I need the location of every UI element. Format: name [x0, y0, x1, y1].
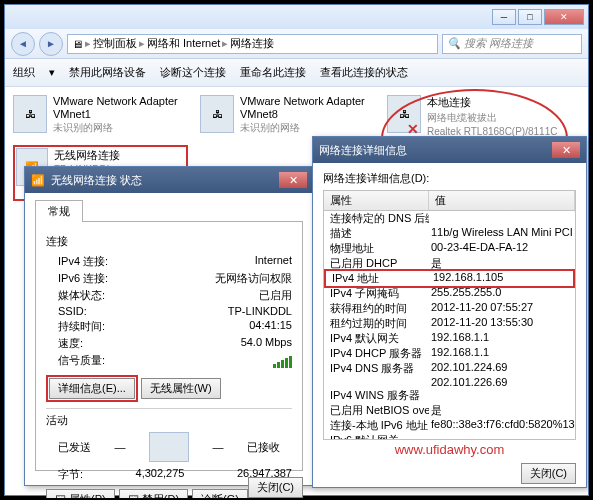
breadcrumb-item[interactable]: 网络和 Internet [147, 36, 220, 51]
disconnected-icon: ✕ [407, 121, 419, 137]
titlebar: ─ □ ✕ [5, 5, 588, 29]
toolbar-status[interactable]: 查看此连接的状态 [320, 65, 408, 80]
toolbar: 组织▾ 禁用此网络设备 诊断这个连接 重命名此连接 查看此连接的状态 [5, 59, 588, 87]
forward-button[interactable]: ► [39, 32, 63, 56]
table-row[interactable]: IPv6 默认网关 [324, 433, 575, 440]
search-input[interactable]: 🔍 搜索 网络连接 [442, 34, 582, 54]
wireless-props-button[interactable]: 无线属性(W) [141, 378, 221, 399]
table-row[interactable]: 描述11b/g Wireless LAN Mini PCI Ex [324, 226, 575, 241]
details-table: 属性 值 连接特定的 DNS 后缀描述11b/g Wireless LAN Mi… [323, 190, 576, 440]
table-row[interactable]: IPv4 默认网关192.168.1.1 [324, 331, 575, 346]
navbar: ◄ ► 🖥 ▸ 控制面板 ▸ 网络和 Internet ▸ 网络连接 🔍 搜索 … [5, 29, 588, 59]
table-row[interactable]: IPv4 DNS 服务器202.101.224.69 [324, 361, 575, 376]
breadcrumb-item[interactable]: 控制面板 [93, 36, 137, 51]
toolbar-diagnose[interactable]: 诊断这个连接 [160, 65, 226, 80]
table-row[interactable]: 连接-本地 IPv6 地址fe80::38e3:f76:cfd0:5820%13 [324, 418, 575, 433]
toolbar-rename[interactable]: 重命名此连接 [240, 65, 306, 80]
properties-button[interactable]: 🛡 属性(P) [46, 489, 115, 500]
table-row[interactable]: 物理地址00-23-4E-DA-FA-12 [324, 241, 575, 256]
table-row[interactable]: 已启用 NetBIOS ove...是 [324, 403, 575, 418]
signal-icon: 📶 [31, 174, 45, 187]
minimize-button[interactable]: ─ [492, 9, 516, 25]
adapter-icon: 🖧 [13, 95, 47, 133]
back-button[interactable]: ◄ [11, 32, 35, 56]
status-dialog: 📶 无线网络连接 状态 ✕ 常规 连接 IPv4 连接:Internet IPv… [24, 166, 314, 486]
activity-icon [149, 432, 189, 462]
table-row[interactable]: 已启用 DHCP是 [324, 256, 575, 271]
table-row[interactable]: 连接特定的 DNS 后缀 [324, 211, 575, 226]
toolbar-disable[interactable]: 禁用此网络设备 [69, 65, 146, 80]
column-property[interactable]: 属性 [324, 191, 429, 210]
dialog-titlebar: 📶 无线网络连接 状态 ✕ [25, 167, 313, 193]
home-icon: 🖥 [72, 38, 83, 50]
table-row[interactable]: 租约过期的时间2012-11-20 13:55:30 [324, 316, 575, 331]
column-value[interactable]: 值 [429, 191, 575, 210]
table-row[interactable]: 202.101.226.69 [324, 376, 575, 388]
diagnose-button[interactable]: 诊断(G) [192, 489, 248, 500]
search-icon: 🔍 [447, 37, 461, 50]
close-button[interactable]: ✕ [279, 172, 307, 188]
breadcrumb[interactable]: 🖥 ▸ 控制面板 ▸ 网络和 Internet ▸ 网络连接 [67, 34, 438, 54]
table-row[interactable]: 获得租约的时间2012-11-20 07:55:27 [324, 301, 575, 316]
dialog-titlebar: 网络连接详细信息 ✕ [313, 137, 586, 163]
details-dialog: 网络连接详细信息 ✕ 网络连接详细信息(D): 属性 值 连接特定的 DNS 后… [312, 136, 587, 488]
adapter-item[interactable]: 🖧 VMware Network Adapter VMnet1 未识别的网络 [13, 95, 188, 135]
close-button[interactable]: 关闭(C) [248, 477, 303, 498]
table-row[interactable]: IPv4 DHCP 服务器192.168.1.1 [324, 346, 575, 361]
adapter-icon: 🖧 [200, 95, 234, 133]
watermark: www.ufidawhy.com [323, 442, 576, 457]
table-row[interactable]: IPv4 WINS 服务器 [324, 388, 575, 403]
close-button[interactable]: 关闭(C) [521, 463, 576, 484]
tab-general[interactable]: 常规 [35, 200, 83, 222]
close-button[interactable]: ✕ [552, 142, 580, 158]
signal-bars-icon [273, 353, 292, 368]
disable-button[interactable]: 🛡 禁用(D) [119, 489, 188, 500]
close-button[interactable]: ✕ [544, 9, 584, 25]
breadcrumb-item[interactable]: 网络连接 [230, 36, 274, 51]
toolbar-organize[interactable]: 组织 [13, 65, 35, 80]
table-row[interactable]: IPv4 子网掩码255.255.255.0 [324, 286, 575, 301]
details-button[interactable]: 详细信息(E)... [49, 378, 135, 399]
maximize-button[interactable]: □ [518, 9, 542, 25]
